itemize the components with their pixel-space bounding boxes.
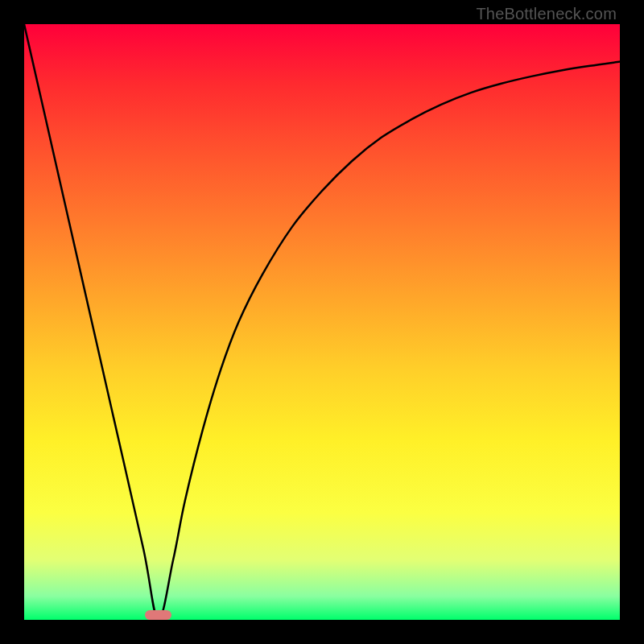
chart-frame: TheBottleneck.com (0, 0, 644, 644)
watermark-text: TheBottleneck.com (476, 5, 617, 23)
plot-area (24, 24, 620, 620)
bottleneck-curve (24, 24, 620, 620)
optimum-marker (145, 610, 171, 620)
